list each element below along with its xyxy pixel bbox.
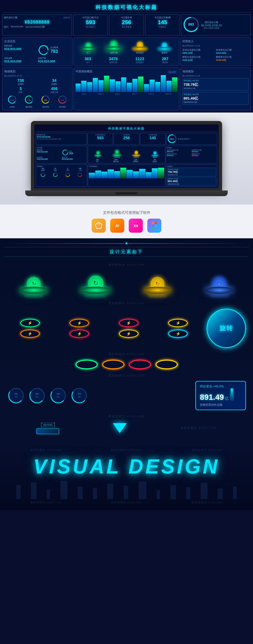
invest-value: ¥10,910,000 — [4, 60, 37, 63]
holo-item-2: 智慧大楼 — [105, 41, 122, 54]
svg-text:893: 893 — [188, 23, 194, 26]
laptop-bottom: 地域规划 738总面积 34建筑 5分区 456人员 — [36, 164, 217, 187]
dashboard-section: 科技数据可视化大标题 园区进出口额 2020.9 ¥83088888 进口 ¥1… — [0, 0, 253, 113]
svg-text:400k: 400k — [61, 99, 64, 101]
income-item-3: 楼栋企业进出口值 ¥109.64亿 — [182, 55, 215, 62]
software-icons: Ai Xd — [6, 219, 247, 233]
laptop-metric-1: 园区进出口额 ¥83088888 进口 ¥10,910,000 | ¥10,91… — [36, 133, 87, 145]
holo-element-blue: ⬡ — [190, 269, 249, 297]
today-import-card: 今日进口额/万元 593 进口额统计 — [73, 14, 108, 36]
stats-desc: 货物贸易涉外总额 — [200, 403, 241, 407]
today-customs-label: 今日票关单 — [111, 16, 142, 19]
holo-platform-green2-lg: ↻ — [79, 269, 112, 297]
geo-right-item-1: 环比变化 +41.2% 738.78亿 单位面积出口值 — [182, 78, 249, 91]
platform-green — [20, 287, 48, 294]
svg-rect-34 — [152, 222, 154, 225]
city-silhouette — [6, 479, 247, 499]
today-car-label: 今日进出车辆/辆 — [147, 16, 178, 19]
gauge-row: 7.3k 总面积 7.3k 建设面积 380k — [4, 95, 71, 108]
svg-rect-37 — [152, 227, 154, 230]
bottom-grid: 地域规划 截止时间2021.11.30 738 总面积 34 总建筑 5 分区 … — [2, 68, 251, 110]
tax-value: ¥10,910,000 — [4, 47, 37, 51]
sketch-icon — [92, 219, 106, 233]
today-car-sub: 车辆统计 — [147, 26, 178, 28]
rotate-spinner-wrapper: 旋转 — [207, 309, 246, 348]
watermark-3: 素材能量站 scnlz.com — [4, 352, 249, 356]
figma-icon — [147, 219, 161, 233]
design-section-title: 设计元素如下 — [4, 247, 249, 257]
stats-unit: 亿 — [225, 396, 229, 401]
gauges-stats-row: 45% 封比 45% 封比 45% 封比 — [4, 381, 249, 410]
svg-text:7.3k: 7.3k — [11, 99, 14, 101]
laptop-metric-2: 今日进口额/万元 593 — [87, 133, 113, 145]
rotate-label: 旋转 — [220, 324, 233, 333]
ring-red-2: ⚡ — [119, 319, 139, 327]
holo-stats-row: 365 员工 3479 智慧大楼 1123 智慧园区 287 数据库 — [76, 57, 177, 64]
ring-orange-2: ⚡ — [69, 319, 89, 327]
oval-rings-row — [4, 360, 249, 369]
ring-red-1: ⚡ — [69, 329, 89, 338]
geo-right-item-2: 环比变化 +41.2% 891.49亿 货物贸易涉外总额 — [182, 92, 249, 105]
circle-chart: 893 — [183, 16, 200, 33]
watermark-5: 素材能量站 scnlz.com — [4, 414, 249, 418]
today-customs-value: 256 — [111, 19, 142, 26]
watermark-1: 素材能量站 scnlz.com — [4, 263, 249, 267]
import-export-sub: 进口 ¥10,910,000 ¥10,910,000出口额 — [4, 25, 70, 28]
holo-item-1: 员工 — [81, 42, 95, 54]
laptop-notch — [115, 192, 138, 194]
income-label: 经营收入 — [182, 39, 249, 43]
company-count-label: 企业数量 — [50, 46, 58, 49]
stats-bar-indicator — [231, 389, 233, 400]
holo-label-4: 数据库 — [162, 51, 168, 54]
platform-blue — [205, 287, 233, 294]
holo-item-3: 智慧园区 — [132, 42, 148, 54]
income-panel: 经营收入 截止时间2021.11.30 农业企业进出口额 ¥890.30亿 农业… — [180, 37, 251, 66]
chart-x-labels: 2021.12021.32021.52021.72021.92021.11 — [76, 93, 177, 95]
holo-platform-green-lg: ↻ — [17, 269, 51, 297]
holo-elements-grid: ↻ ↻ ↻ — [4, 269, 249, 297]
invest-label: 总投金额 — [4, 57, 37, 60]
import-export-label: 园区进出口额 — [4, 16, 17, 19]
laptop-metric-4: 今日进出车辆 145 — [140, 133, 166, 145]
platform-yellow — [143, 287, 171, 294]
laptop-holo: 员工 智慧大楼 智慧园区 — [88, 146, 165, 163]
ring-yellow-2: ⚡ — [168, 319, 188, 327]
today-customs-card: 今日票关单 256 票关单数量 — [109, 14, 144, 36]
rotate-spinner: 旋转 — [207, 309, 246, 348]
ring-green-1: ⚡ — [20, 319, 40, 327]
software-label: 文件包含格式可使用如下软件 — [6, 210, 247, 215]
holo-stat-3: 1123 智慧园区 — [135, 57, 144, 64]
tax-label: 预税金额 — [4, 44, 37, 47]
laptop-outer: 科技数据可视化大标题 园区进出口额 ¥83088888 进口 ¥10,910,0… — [31, 121, 222, 190]
watermark-row-bottom: 素材能量站 scnlz.com 素材能量站 scnlz.com 素材能量站 sc… — [6, 448, 247, 452]
geo-right-items: 环比变化 +41.2% 738.78亿 单位面积出口值 环比变化 +41.2% … — [182, 78, 249, 105]
ring-col-2: ⚡ ⚡ — [57, 319, 103, 338]
geo-val-1: 738 总面积 — [4, 78, 37, 86]
year-selector[interactable]: 2019▼ — [167, 70, 177, 74]
geo-right-panel: 地域规划 截止时间2021.11.30 环比变化 +41.2% 738.78亿 … — [180, 68, 251, 110]
today-car-value: 145 — [147, 19, 178, 26]
big-number-display: ¥83088888 — [4, 20, 70, 25]
batton-button[interactable] — [37, 428, 59, 434]
svg-text:封比: 封比 — [15, 396, 17, 398]
xd-icon: Xd — [129, 219, 143, 233]
svg-text:893: 893 — [170, 138, 174, 140]
geo-val-2: 34 总建筑 — [38, 78, 71, 86]
laptop-title: 科技数据可视化大标题 — [36, 126, 217, 132]
laptop-chart: 年度税收概览 — [88, 164, 165, 187]
visual-design-section: 素材能量站 scnlz.com 素材能量站 scnlz.com 素材能量站 sc… — [0, 443, 253, 510]
ring-col-3: ⚡ ⚡ — [106, 319, 152, 338]
svg-point-38 — [154, 224, 157, 227]
holo-platform-blue-lg: ⬡ — [202, 269, 236, 297]
holo-label-2: 智慧大楼 — [110, 51, 118, 54]
holo-element-green2: ↻ — [66, 269, 125, 297]
software-section: 文件包含格式可使用如下软件 Ai Xd — [0, 205, 253, 238]
dashboard-title: 科技数据可视化大标题 — [2, 2, 251, 13]
platform-green2 — [80, 287, 111, 294]
laptop-section: 科技数据可视化大标题 园区进出口额 ¥83088888 进口 ¥10,910,0… — [0, 113, 253, 205]
today-import-value: 593 — [75, 19, 106, 26]
stats-big-value: 891.49 — [200, 393, 224, 402]
laptop-metrics: 园区进出口额 ¥83088888 进口 ¥10,910,000 | ¥10,91… — [36, 133, 217, 145]
laptop-income: 经营收入 农业企业进出口额¥890.30亿 农业务出出口额¥324.89亿 楼栋… — [166, 146, 217, 163]
mid-grid: 企业信息 预税金额 ¥10,910,000 企业数量 783 — [2, 37, 251, 66]
